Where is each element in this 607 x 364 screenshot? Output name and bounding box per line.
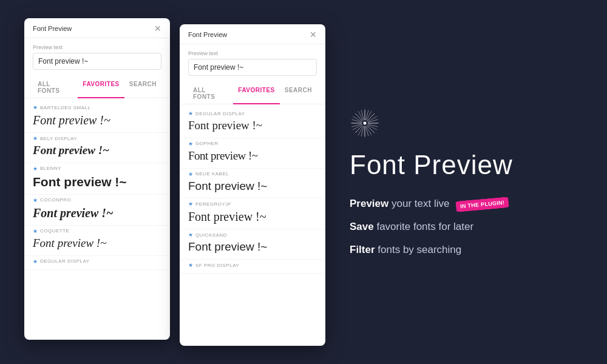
font-preview-coquette: Font preview !~ bbox=[33, 235, 161, 252]
font-preview-degular: Font preview !~ bbox=[188, 118, 317, 134]
list-item: ★BLENNY Font preview !~ bbox=[24, 163, 170, 195]
svg-line-9 bbox=[366, 126, 369, 136]
feature-item-filter: Filter fonts by searching bbox=[350, 244, 509, 256]
list-item: ★DEGULAR DISPLAY Font preview !~ bbox=[180, 108, 325, 138]
font-preview-neue: Font preview !~ bbox=[188, 178, 317, 195]
star-icon: ★ bbox=[33, 135, 38, 141]
star-icon: ★ bbox=[33, 166, 38, 172]
font-preview-quicksand: Font preview !~ bbox=[188, 239, 317, 255]
svg-line-14 bbox=[352, 124, 362, 127]
tab-favorites-2[interactable]: FAVORITES bbox=[233, 82, 279, 104]
list-item: ★BELY DISPLAY Font preview !~ bbox=[24, 133, 170, 163]
list-item: ★SF PRO DISPLAY bbox=[180, 260, 325, 274]
list-item: ★COQUETTE Font preview !~ bbox=[24, 226, 170, 256]
star-icon: ★ bbox=[33, 228, 38, 234]
font-preview-blenny: Font preview !~ bbox=[33, 173, 161, 190]
feature-list: Preview your text live IN THE PLUGIN! Sa… bbox=[350, 198, 509, 256]
svg-line-11 bbox=[361, 126, 364, 136]
star-icon: ★ bbox=[188, 141, 193, 147]
font-preview-gopher: Font preview !~ bbox=[188, 148, 317, 164]
font-preview-peregroyjf: Font preview !~ bbox=[188, 208, 317, 225]
tab-all-fonts-1[interactable]: ALL FONTS bbox=[33, 76, 78, 98]
star-icon: ★ bbox=[188, 232, 193, 238]
panel-1-preview-input[interactable] bbox=[33, 53, 161, 70]
app-title: Font Preview bbox=[350, 150, 513, 180]
svg-line-8 bbox=[361, 110, 364, 120]
feature-text-save: favorite fonts for later bbox=[376, 221, 473, 232]
panel-2-header: Font Preview ✕ bbox=[180, 24, 325, 44]
feature-item-preview: Preview your text live IN THE PLUGIN! bbox=[350, 198, 509, 210]
panel-2-tabs: ALL FONTS FAVORITES SEARCH bbox=[180, 82, 325, 104]
feature-text-preview: your text live bbox=[392, 198, 449, 209]
star-icon: ★ bbox=[33, 197, 38, 203]
right-content: Font Preview Preview your text live IN T… bbox=[325, 96, 607, 268]
panel-1-preview-label: Preview text bbox=[33, 44, 161, 50]
panel-2-preview-input[interactable] bbox=[188, 59, 317, 76]
badge-in-plugin: IN THE PLUGIN! bbox=[456, 197, 509, 212]
tab-search-2[interactable]: SEARCH bbox=[280, 82, 317, 104]
star-icon: ★ bbox=[188, 110, 193, 116]
svg-line-15 bbox=[368, 120, 378, 123]
panel-1-font-list: ★BARTELDES SMALL Font preview !~ ★BELY D… bbox=[24, 98, 170, 340]
panel-1-title: Font Preview bbox=[33, 25, 72, 32]
svg-point-24 bbox=[364, 121, 367, 124]
starburst-icon bbox=[350, 108, 380, 138]
panel-1-header: Font Preview ✕ bbox=[24, 18, 170, 38]
svg-line-13 bbox=[368, 124, 378, 127]
list-item: ★BARTELDES SMALL Font preview !~ bbox=[24, 102, 170, 133]
tab-all-fonts-2[interactable]: ALL FONTS bbox=[188, 82, 233, 104]
tab-favorites-1[interactable]: FAVORITES bbox=[78, 76, 124, 98]
tab-search-1[interactable]: SEARCH bbox=[124, 76, 161, 98]
panel-2-close-button[interactable]: ✕ bbox=[310, 30, 317, 39]
star-icon: ★ bbox=[188, 171, 193, 177]
svg-line-10 bbox=[366, 110, 369, 120]
panel-2-preview-section: Preview text bbox=[180, 44, 325, 82]
panel-2-font-list: ★DEGULAR DISPLAY Font preview !~ ★GOPHER… bbox=[180, 104, 325, 346]
font-preview-coconpro: Font preview !~ bbox=[33, 204, 161, 221]
panel-1-preview-section: Preview text bbox=[24, 38, 170, 76]
list-item: ★QUICKSAND Font preview !~ bbox=[180, 229, 325, 260]
panel-1: Font Preview ✕ Preview text ALL FONTS FA… bbox=[24, 18, 170, 340]
list-item: ★COCONPRO Font preview !~ bbox=[24, 195, 170, 226]
list-item: ★GOPHER Font preview !~ bbox=[180, 138, 325, 169]
starburst-container bbox=[350, 108, 380, 141]
list-item: ★PEREGROYJF Font preview !~ bbox=[180, 198, 325, 229]
panel-1-close-button[interactable]: ✕ bbox=[154, 24, 161, 33]
star-icon: ★ bbox=[188, 262, 193, 268]
panel-2: Font Preview ✕ Preview text ALL FONTS FA… bbox=[180, 24, 325, 346]
feature-bold-save: Save bbox=[350, 221, 374, 232]
panel-2-preview-label: Preview text bbox=[188, 50, 317, 56]
feature-text-filter: fonts by searching bbox=[378, 244, 461, 255]
feature-bold-filter: Filter bbox=[350, 244, 375, 255]
list-item: ★DEGULAR DISPLAY bbox=[24, 256, 170, 270]
panel-1-tabs: ALL FONTS FAVORITES SEARCH bbox=[24, 76, 170, 98]
star-icon: ★ bbox=[188, 201, 193, 207]
feature-bold-preview: Preview bbox=[350, 198, 388, 209]
star-icon: ★ bbox=[33, 258, 38, 265]
feature-item-save: Save favorite fonts for later bbox=[350, 221, 509, 233]
font-preview-barteldes: Font preview !~ bbox=[33, 112, 161, 129]
font-preview-bely: Font preview !~ bbox=[33, 143, 161, 159]
panel-2-title: Font Preview bbox=[188, 31, 227, 38]
list-item: ★NEUE KABEL Font preview !~ bbox=[180, 169, 325, 199]
svg-line-12 bbox=[352, 120, 362, 123]
star-icon: ★ bbox=[33, 104, 38, 110]
